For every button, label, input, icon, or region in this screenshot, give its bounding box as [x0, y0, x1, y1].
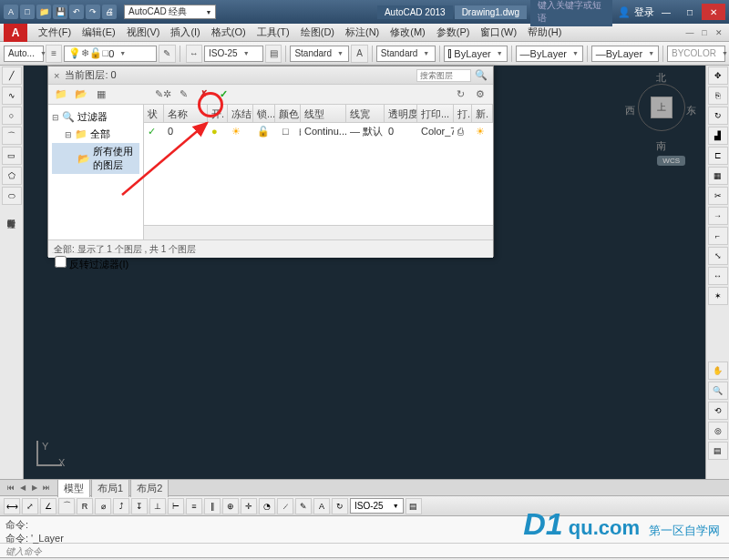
pline-icon[interactable]: ∿: [2, 87, 22, 105]
orbit-icon[interactable]: ⟲: [708, 402, 728, 420]
dim-center-icon[interactable]: ✛: [241, 498, 257, 514]
dim-jogline-icon[interactable]: ⟋: [277, 498, 293, 514]
filter-tree[interactable]: 🔍过滤器 📁全部 📂所有使用的图层 反转过滤器(I): [48, 105, 144, 239]
dim-tol-icon[interactable]: ⊕: [222, 498, 239, 514]
dimstyle-dropdown-2[interactable]: ISO-25: [350, 498, 404, 514]
viewcube-top[interactable]: 上: [651, 97, 673, 118]
user-signin[interactable]: 👤登录: [618, 5, 654, 19]
tab-model[interactable]: 模型: [57, 479, 90, 497]
layer-tool-icon[interactable]: ✎: [159, 45, 175, 63]
command-input[interactable]: 键入命令: [0, 543, 729, 557]
dim-cont-icon[interactable]: ⊢: [168, 498, 184, 514]
autocad-logo-icon[interactable]: A: [4, 24, 27, 42]
dim-diameter-icon[interactable]: ⌀: [95, 498, 111, 514]
set-current-icon[interactable]: ✓: [216, 87, 231, 102]
menu-format[interactable]: 格式(O): [206, 24, 252, 41]
tree-used[interactable]: 📂所有使用的图层: [52, 143, 139, 174]
list-scrollbar[interactable]: [144, 225, 493, 239]
settings-icon[interactable]: ⚙: [473, 87, 488, 102]
showmenu-icon[interactable]: ▤: [708, 442, 728, 460]
menu-file[interactable]: 文件(F): [33, 24, 77, 41]
new-layer-icon[interactable]: ✎✲: [156, 87, 170, 102]
qat-save-icon[interactable]: 💾: [53, 5, 67, 19]
menu-edit[interactable]: 编辑(E): [77, 24, 121, 41]
rotate-icon[interactable]: ↻: [708, 107, 728, 125]
line-icon[interactable]: ╱: [2, 66, 22, 85]
tree-root[interactable]: 🔍过滤器: [52, 108, 139, 126]
move-icon[interactable]: ✥: [708, 66, 728, 85]
dim-tool2-icon[interactable]: ▤: [265, 45, 282, 63]
minimize-button[interactable]: —: [654, 4, 678, 20]
wcs-label[interactable]: WCS: [657, 156, 685, 166]
dimstyle-dropdown[interactable]: ISO-25: [204, 46, 263, 62]
menu-parametric[interactable]: 参数(P): [431, 24, 476, 41]
ellipse-icon[interactable]: ⬭: [2, 187, 22, 205]
tab-next-icon[interactable]: ▶: [29, 483, 40, 494]
explode-icon[interactable]: ✶: [708, 287, 728, 305]
menu-window[interactable]: 窗口(W): [475, 24, 522, 41]
array-icon[interactable]: ▦: [708, 167, 728, 185]
extend-icon[interactable]: →: [708, 207, 728, 225]
tab-first-icon[interactable]: ⏮: [5, 483, 16, 494]
pan-icon[interactable]: ✋: [708, 361, 728, 380]
menu-view[interactable]: 视图(V): [121, 24, 166, 41]
linetype-dropdown[interactable]: — ByLayer: [516, 46, 583, 62]
list-header[interactable]: 状 名称 开. 冻结 锁... 颜色 线型 线宽 透明度 打印... 打. 新.: [144, 105, 493, 123]
new-layer-vp-icon[interactable]: ✎: [176, 87, 190, 102]
dim-edit-icon[interactable]: ✎: [295, 498, 312, 514]
offset-icon[interactable]: ⊏: [708, 147, 728, 165]
dim-base-icon[interactable]: ⊥: [149, 498, 166, 514]
pin-icon[interactable]: ×: [54, 70, 59, 81]
dim-arc-icon[interactable]: ⌒: [58, 498, 75, 514]
dimstyle-mgr-icon[interactable]: ▤: [406, 498, 422, 514]
close-button[interactable]: ✕: [702, 4, 725, 20]
doc-minimize-icon[interactable]: —: [683, 26, 696, 39]
app-logo[interactable]: A: [4, 5, 18, 19]
qat-open-icon[interactable]: 📁: [36, 5, 51, 19]
dim-angular-icon[interactable]: ∠: [40, 498, 56, 514]
workspace-switcher[interactable]: AutoCAD 经典: [124, 5, 216, 19]
zoom-icon[interactable]: 🔍: [708, 382, 728, 400]
dim-ord-icon[interactable]: ↧: [131, 498, 148, 514]
textstyle-icon[interactable]: A: [351, 45, 367, 63]
fillet-icon[interactable]: ⌐: [708, 227, 728, 245]
qat-new-icon[interactable]: □: [20, 5, 35, 19]
refresh-icon[interactable]: ↻: [453, 87, 467, 102]
layer-search-input[interactable]: [416, 69, 471, 82]
layer-dropdown[interactable]: 💡❄🔓□ 0: [64, 46, 157, 62]
qat-print-icon[interactable]: 🖨: [102, 5, 117, 19]
dim-linear-icon[interactable]: ⟷: [4, 498, 20, 514]
menu-tools[interactable]: 工具(T): [252, 24, 295, 41]
dim-jog-icon[interactable]: ⤴: [113, 498, 129, 514]
trim-icon[interactable]: ✂: [708, 187, 728, 205]
copy-icon[interactable]: ⎘: [708, 87, 728, 105]
dim-tedit-icon[interactable]: A: [313, 498, 330, 514]
delete-layer-icon[interactable]: ✗: [196, 87, 210, 102]
dim-break-icon[interactable]: ‖: [204, 498, 221, 514]
dialog-titlebar[interactable]: × 当前图层: 0 🔍: [48, 66, 493, 85]
tab-prev-icon[interactable]: ◀: [17, 483, 28, 494]
tree-all[interactable]: 📁全部: [52, 126, 139, 143]
tab-layout1[interactable]: 布局1: [91, 479, 129, 497]
tablestyle-dropdown[interactable]: Standard: [376, 46, 436, 62]
tab-layout2[interactable]: 布局2: [130, 479, 169, 497]
stretch-icon[interactable]: ↔: [708, 267, 728, 285]
dim-tool-icon[interactable]: ↔: [186, 45, 202, 63]
menu-insert[interactable]: 插入(I): [165, 24, 205, 41]
dim-inspect-icon[interactable]: ◔: [259, 498, 275, 514]
new-group-icon[interactable]: 📂: [74, 87, 88, 102]
layer-state-dropdown[interactable]: Auto...: [4, 46, 44, 62]
textstyle-dropdown[interactable]: Standard: [290, 46, 349, 62]
new-filter-icon[interactable]: 📁: [54, 87, 68, 102]
lineweight-dropdown[interactable]: — ByLayer: [591, 46, 659, 62]
circle-icon[interactable]: ○: [2, 107, 22, 125]
menu-help[interactable]: 帮助(H): [522, 24, 567, 41]
tab-last-icon[interactable]: ⏭: [41, 483, 52, 494]
color-dropdown[interactable]: ByLayer: [444, 46, 508, 62]
dim-radius-icon[interactable]: R: [77, 498, 93, 514]
drawing-canvas[interactable]: × 当前图层: 0 🔍 📁 📂 ▦ ✎✲ ✎ ✗ ✓ ↻ ⚙ 🔍过滤: [24, 66, 705, 479]
help-search[interactable]: 键入关键字或短语: [530, 0, 612, 26]
scale-icon[interactable]: ⤡: [708, 247, 728, 265]
polygon-icon[interactable]: ⬠: [2, 167, 22, 185]
dim-update-icon[interactable]: ↻: [332, 498, 348, 514]
